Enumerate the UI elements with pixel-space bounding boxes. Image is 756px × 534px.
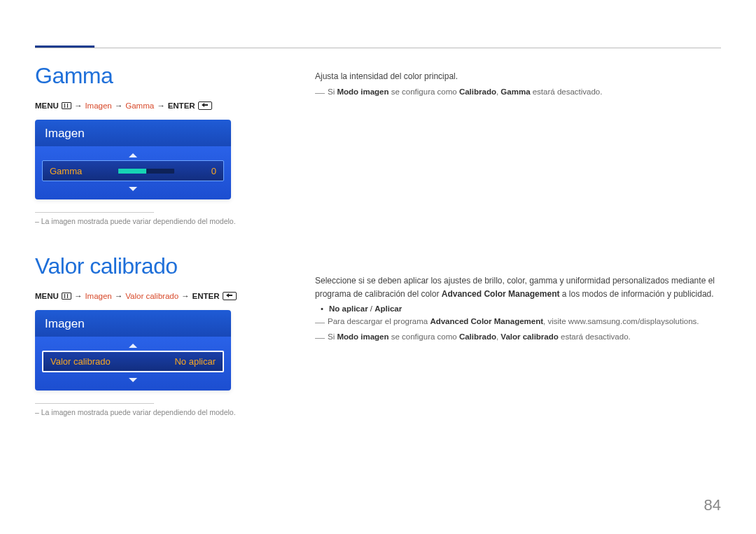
- osd-row-valor[interactable]: Valor calibrado No aplicar: [42, 351, 224, 372]
- osd-panel-body: Gamma 0: [35, 146, 231, 199]
- note-text: Si Modo imagen se configura como Calibra…: [328, 332, 631, 341]
- osd-row-label: Gamma: [50, 166, 82, 176]
- slider-track[interactable]: [118, 169, 174, 174]
- osd-panel-header: Imagen: [35, 310, 231, 337]
- horizontal-rule: [35, 48, 721, 48]
- section-valor: Valor calibrado MENU → Imagen → Valor ca…: [35, 253, 301, 416]
- divider: [35, 403, 154, 404]
- breadcrumb-enter: ENTER: [168, 101, 195, 110]
- desc-bold: Advanced Color Management: [442, 289, 560, 299]
- option-b: Aplicar: [374, 304, 402, 313]
- breadcrumb-step: Imagen: [85, 101, 111, 110]
- note-frag: Si: [328, 332, 337, 341]
- note-red: Modo imagen: [337, 87, 388, 96]
- osd-row-value: 0: [206, 166, 216, 176]
- divider: [35, 212, 154, 213]
- arrow-icon: →: [74, 101, 83, 110]
- right-column: Ajusta la intensidad del color principal…: [315, 70, 721, 347]
- note-bold: Advanced Color Management: [430, 317, 543, 325]
- breadcrumb-valor: MENU → Imagen → Valor calibrado → ENTER: [35, 292, 301, 300]
- note-frag: Si: [328, 87, 337, 96]
- note-red: Valor calibrado: [500, 332, 558, 341]
- note-red: Calibrado: [459, 332, 496, 341]
- chevron-down-icon: [129, 378, 137, 382]
- note-frag: Para descargar el programa: [328, 317, 430, 325]
- enter-icon: [198, 101, 212, 110]
- note-red: Calibrado: [459, 87, 496, 96]
- note-line: ― Si Modo imagen se configura como Calib…: [315, 332, 721, 343]
- desc-block-gamma: Ajusta la intensidad del color principal…: [315, 70, 721, 98]
- note-text: Para descargar el programa Advanced Colo…: [328, 317, 699, 325]
- osd-row-gamma[interactable]: Gamma 0: [42, 160, 224, 181]
- enter-icon: [223, 292, 237, 300]
- caption-text: – La imagen mostrada puede variar depend…: [35, 408, 301, 416]
- desc-text: Seleccione si se deben aplicar los ajust…: [315, 274, 721, 300]
- option-sep: /: [368, 304, 375, 313]
- scroll-up[interactable]: [42, 148, 224, 160]
- note-frag: se configura como: [389, 332, 459, 341]
- chevron-up-icon: [129, 344, 137, 348]
- note-line: ― Si Modo imagen se configura como Calib…: [315, 87, 721, 98]
- note-red: Modo imagen: [337, 332, 388, 341]
- menu-icon: [62, 102, 71, 109]
- arrow-icon: →: [157, 101, 165, 110]
- chevron-down-icon: [129, 187, 137, 191]
- note-text: Si Modo imagen se configura como Calibra…: [328, 87, 602, 96]
- osd-row-label: Valor calibrado: [50, 356, 111, 367]
- breadcrumb-step: Gamma: [125, 101, 154, 110]
- scroll-down[interactable]: [42, 372, 224, 385]
- content-area: Gamma MENU → Imagen → Gamma → ENTER Imag…: [35, 63, 721, 506]
- breadcrumb-step: Valor calibrado: [125, 292, 178, 300]
- breadcrumb-menu: MENU: [35, 292, 59, 300]
- section-title-valor: Valor calibrado: [35, 253, 301, 279]
- arrow-icon: →: [74, 292, 83, 300]
- arrow-icon: →: [181, 292, 190, 300]
- note-frag: estará desactivado.: [531, 87, 603, 96]
- note-red: Gamma: [500, 87, 530, 96]
- page-number: 84: [704, 496, 721, 514]
- scroll-up[interactable]: [42, 338, 224, 351]
- caption-text: – La imagen mostrada puede variar depend…: [35, 217, 301, 225]
- osd-panel-gamma: Imagen Gamma 0: [35, 120, 231, 199]
- desc-frag: a los modos de información y publicidad.: [559, 289, 713, 299]
- osd-row-value: No aplicar: [174, 356, 216, 367]
- note-line: ― Para descargar el programa Advanced Co…: [315, 317, 721, 328]
- breadcrumb-step: Imagen: [85, 292, 111, 300]
- osd-panel-header: Imagen: [35, 120, 231, 146]
- page: Gamma MENU → Imagen → Gamma → ENTER Imag…: [0, 0, 756, 534]
- section-gamma: Gamma MENU → Imagen → Gamma → ENTER Imag…: [35, 63, 301, 225]
- note-frag: estará desactivado.: [559, 332, 631, 341]
- desc-block-valor: Seleccione si se deben aplicar los ajust…: [315, 274, 721, 343]
- breadcrumb-menu: MENU: [35, 101, 59, 110]
- section-title-gamma: Gamma: [35, 63, 301, 89]
- note-dash-icon: ―: [315, 317, 325, 328]
- osd-panel-valor: Imagen Valor calibrado No aplicar: [35, 310, 231, 391]
- osd-panel-body: Valor calibrado No aplicar: [35, 337, 231, 391]
- arrow-icon: →: [115, 101, 123, 110]
- note-frag: , visite www.samsung.com/displaysolution…: [543, 317, 699, 325]
- arrow-icon: →: [115, 292, 123, 300]
- top-rule: [35, 48, 721, 49]
- menu-icon: [62, 293, 71, 300]
- note-dash-icon: ―: [315, 87, 325, 98]
- scroll-down[interactable]: [42, 181, 224, 194]
- chevron-up-icon: [129, 153, 137, 157]
- desc-text: Ajusta la intensidad del color principal…: [315, 70, 721, 83]
- note-dash-icon: ―: [315, 332, 325, 343]
- breadcrumb-enter: ENTER: [192, 292, 220, 300]
- left-column: Gamma MENU → Imagen → Gamma → ENTER Imag…: [35, 63, 301, 444]
- slider-fill: [118, 169, 146, 174]
- option-a: No aplicar: [329, 304, 368, 313]
- note-frag: se configura como: [389, 87, 459, 96]
- options-line: No aplicar / Aplicar: [315, 304, 721, 313]
- breadcrumb-gamma: MENU → Imagen → Gamma → ENTER: [35, 101, 301, 110]
